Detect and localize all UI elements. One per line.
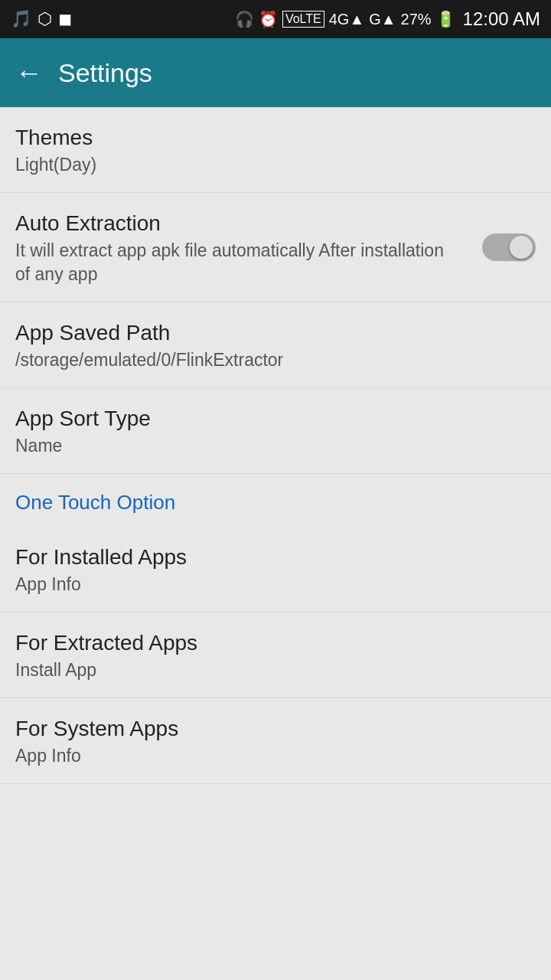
app-saved-path-title: App Saved Path [15, 321, 536, 345]
for-installed-apps-title: For Installed Apps [15, 545, 536, 570]
themes-title: Themes [15, 126, 536, 150]
usb-icon: ⬡ [37, 9, 52, 29]
notification-icon: ◼ [58, 9, 72, 29]
signal-4g-icon: 4G▲ [329, 11, 364, 28]
for-installed-apps-value: App Info [15, 573, 536, 596]
settings-content: Themes Light(Day) Auto Extraction It wil… [0, 107, 551, 784]
status-time: 12:00 AM [463, 8, 540, 30]
status-bar-right-icons: 🎧 ⏰ VoLTE 4G▲ G▲ 27% 🔋 12:00 AM [235, 8, 540, 30]
alarm-icon: ⏰ [259, 10, 278, 28]
for-system-apps-value: App Info [15, 744, 536, 768]
for-extracted-apps-setting[interactable]: For Extracted Apps Install App [0, 612, 551, 698]
for-system-apps-title: For System Apps [15, 717, 536, 741]
auto-extraction-setting[interactable]: Auto Extraction It will extract app apk … [0, 193, 551, 302]
for-extracted-apps-title: For Extracted Apps [15, 631, 536, 655]
auto-extraction-toggle[interactable] [482, 234, 536, 261]
themes-setting[interactable]: Themes Light(Day) [0, 107, 551, 193]
one-touch-option-label: One Touch Option [15, 491, 175, 514]
for-installed-apps-setting[interactable]: For Installed Apps App Info [0, 527, 551, 612]
battery-icon: 🔋 [436, 10, 455, 28]
auto-extraction-toggle-container[interactable] [482, 234, 536, 261]
themes-value: Light(Day) [15, 153, 536, 177]
auto-extraction-title: Auto Extraction [15, 211, 536, 236]
battery-percent: 27% [401, 11, 432, 28]
g-signal-icon: G▲ [369, 11, 396, 28]
one-touch-option-section: One Touch Option [0, 474, 551, 527]
app-sort-type-value: Name [15, 434, 536, 458]
app-sort-type-setting[interactable]: App Sort Type Name [0, 388, 551, 474]
headphone-icon: 🎧 [235, 10, 254, 28]
app-saved-path-setting[interactable]: App Saved Path /storage/emulated/0/Flink… [0, 302, 551, 388]
toggle-knob [510, 236, 533, 259]
for-extracted-apps-value: Install App [15, 658, 536, 682]
app-bar-title: Settings [58, 58, 152, 88]
music-icon: 🎵 [11, 9, 31, 29]
status-bar-left-icons: 🎵 ⬡ ◼ [11, 9, 72, 29]
app-saved-path-value: /storage/emulated/0/FlinkExtractor [15, 348, 536, 372]
app-bar: ← Settings [0, 38, 551, 107]
app-sort-type-title: App Sort Type [15, 407, 536, 431]
volte-text: VoLTE [282, 11, 324, 28]
auto-extraction-description: It will extract app apk file automatical… [15, 239, 444, 286]
status-bar: 🎵 ⬡ ◼ 🎧 ⏰ VoLTE 4G▲ G▲ 27% 🔋 12:00 AM [0, 0, 551, 38]
for-system-apps-setting[interactable]: For System Apps App Info [0, 698, 551, 784]
back-button[interactable]: ← [15, 59, 43, 87]
